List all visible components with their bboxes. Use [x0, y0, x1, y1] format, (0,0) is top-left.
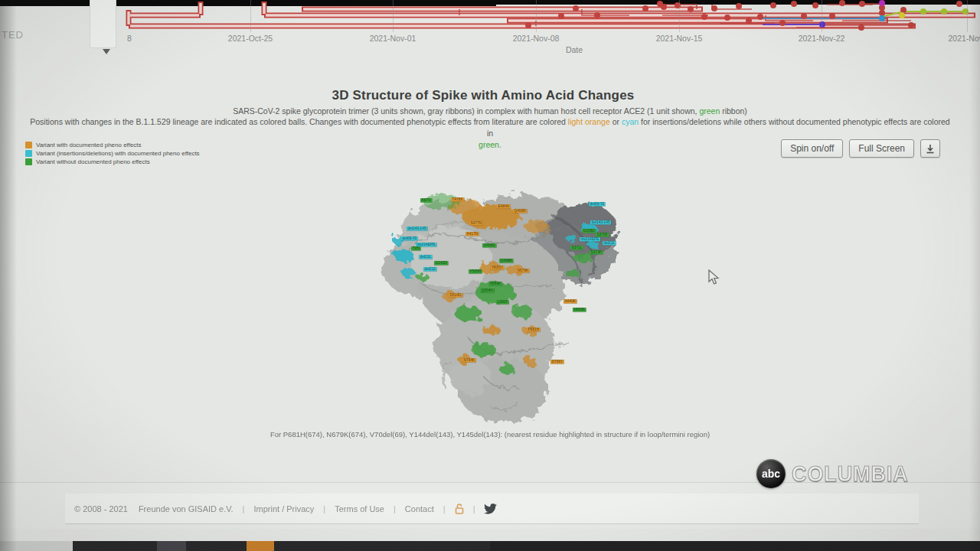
gridline	[822, 0, 822, 32]
subtitle-text: or	[610, 117, 622, 126]
footer-link[interactable]: Terms of Use	[335, 504, 384, 514]
fullscreen-button[interactable]: Full Screen	[849, 139, 914, 158]
axis-tick: 2021-Nov-08	[513, 34, 560, 43]
legend-item: Variant with documented pheno effects	[25, 141, 200, 148]
clipped-left-text: TED	[2, 29, 24, 41]
axis-tick: 8	[127, 34, 132, 43]
gridline	[393, 0, 394, 32]
video-timeline[interactable]	[0, 541, 980, 551]
open-access-lock-icon[interactable]	[455, 503, 464, 514]
subtitle-text: ribbon)	[720, 106, 747, 116]
footer-bar: © 2008 - 2021 Freunde von GISAID e.V.|Im…	[65, 494, 919, 523]
axis-title: Date	[566, 45, 583, 54]
download-button[interactable]	[920, 139, 940, 158]
axis-tick: 2021-Nov-01	[370, 34, 416, 43]
phylo-tree-graphic[interactable]	[0, 0, 980, 61]
timeline-segment	[490, 541, 980, 551]
structure-viewer-3d[interactable]	[377, 185, 623, 424]
subtitle-text: green	[699, 106, 720, 116]
footer-separator: |	[243, 504, 245, 514]
viewer-toolbar: Spin on/off Full Screen	[781, 139, 940, 158]
spin-toggle-button[interactable]: Spin on/off	[781, 139, 843, 158]
screen: { "colors": { "orange": "#d9952f", "cyan…	[0, 0, 980, 551]
subtitle-text: light orange	[568, 117, 610, 126]
download-icon	[926, 144, 935, 154]
phylo-tree-panel[interactable]: 82021-Oct-252021-Nov-012021-Nov-082021-N…	[0, 0, 980, 61]
footer-link[interactable]: Imprint / Privacy	[253, 504, 314, 514]
footer-links: Freunde von GISAID e.V.|Imprint / Privac…	[139, 504, 434, 514]
gridline	[250, 0, 251, 32]
legend-swatch	[25, 142, 32, 148]
structure-caption: For P681H(674), N679K(674), V70del(69), …	[26, 430, 954, 439]
mouse-cursor	[708, 269, 720, 289]
subtitle-text: Positions with changes in the B.1.1.529 …	[30, 117, 568, 126]
gridline	[967, 0, 968, 32]
gridline	[679, 0, 680, 32]
footer-separator: |	[443, 504, 446, 514]
page-title: 3D Structure of Spike with Amino Acid Ch…	[0, 88, 966, 103]
legend-item: Variant (insertions/deletions) with docu…	[25, 149, 200, 157]
station-name: COLUMBIA	[792, 461, 909, 487]
twitter-icon[interactable]	[484, 504, 497, 514]
footer-link[interactable]: Contact	[405, 504, 434, 514]
footer-content: © 2008 - 2021 Freunde von GISAID e.V.|Im…	[74, 494, 497, 523]
gridline	[536, 0, 537, 32]
legend-swatch	[25, 150, 32, 157]
legend-label: Variant (insertions/deletions) with docu…	[36, 150, 200, 157]
legend-item: Variant without documented pheno effects	[25, 158, 200, 165]
footer-link: Freunde von GISAID e.V.	[139, 504, 234, 514]
footer-separator: |	[394, 504, 396, 514]
timeline-marker	[247, 541, 274, 551]
station-logo: abc COLUMBIA	[756, 459, 922, 488]
subtitle-text: SARS-CoV-2 spike glycoprotein trimer (3 …	[233, 106, 699, 116]
axis-tick: 2021-Oct-25	[228, 34, 273, 43]
axis-tick: 2021-Nov-22	[799, 34, 845, 43]
spike-protein-structure	[377, 185, 623, 424]
legend-label: Variant with documented pheno effects	[36, 142, 142, 148]
subtitle-text: cyan	[622, 117, 639, 126]
legend-swatch	[25, 158, 32, 165]
chevron-down-icon[interactable]	[103, 49, 110, 54]
scrollbar-strip[interactable]	[90, 0, 116, 48]
subtitle-text: green.	[479, 140, 501, 149]
copyright-text: © 2008 - 2021	[74, 504, 128, 514]
abc-logo-circle: abc	[756, 459, 786, 488]
legend: Variant with documented pheno effectsVar…	[25, 141, 200, 166]
axis-tick: 2021-Nov-15	[656, 34, 703, 43]
footer-separator: |	[323, 504, 325, 514]
subtitle-line1: SARS-CoV-2 spike glycoprotein trimer (3 …	[26, 106, 954, 117]
footer-separator: |	[473, 504, 475, 514]
timeline-segment	[157, 541, 186, 551]
legend-label: Variant without documented pheno effects	[36, 158, 150, 165]
axis-tick: 2021-Nov-	[948, 34, 980, 43]
